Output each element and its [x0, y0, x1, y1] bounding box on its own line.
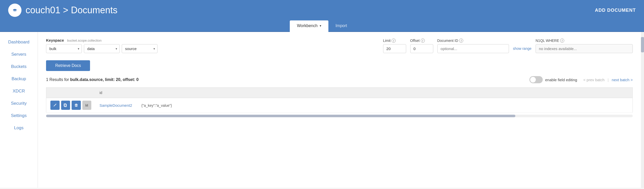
- document-id-link[interactable]: SampleDocument2: [99, 103, 132, 108]
- nav-tabs: Workbench ▾ Import: [0, 20, 644, 32]
- n1ql-where-label: N1QL WHERE i: [536, 39, 633, 43]
- keyspace-label-group: Keyspace bucket.scope.collection bulk ▾ …: [46, 38, 158, 53]
- field-editing-toggle[interactable]: [529, 76, 543, 83]
- delete-document-button[interactable]: [72, 101, 81, 110]
- row-actions-cell: [46, 98, 96, 113]
- row-data-cell: SampleDocument2 {"a_key":"a_value"}: [95, 98, 633, 113]
- limit-field-group: Limit i: [383, 39, 406, 53]
- table-body: SampleDocument2 {"a_key":"a_value"}: [46, 98, 633, 113]
- tab-workbench[interactable]: Workbench ▾: [290, 20, 328, 32]
- content-area: Keyspace bucket.scope.collection bulk ▾ …: [38, 32, 641, 188]
- page-title: couch01 > Documents: [26, 5, 117, 16]
- sidebar-item-backup[interactable]: Backup: [0, 73, 38, 85]
- limit-info-icon: i: [392, 39, 396, 43]
- document-id-label: Document ID i: [437, 39, 509, 43]
- table-row: SampleDocument2 {"a_key":"a_value"}: [46, 98, 633, 113]
- scope-dropdown-wrapper: data ▾: [84, 44, 120, 53]
- sidebar-item-servers[interactable]: Servers: [0, 48, 38, 61]
- logo-icon: [8, 4, 21, 17]
- fields-group: Limit i Offset i Document ID i: [383, 39, 633, 53]
- vertical-scrollbar[interactable]: [641, 32, 644, 188]
- horizontal-scrollbar[interactable]: [46, 115, 633, 117]
- collection-dropdown[interactable]: source: [122, 44, 158, 53]
- offset-input[interactable]: [410, 44, 433, 53]
- bucket-dropdown-wrapper: bulk ▾: [46, 44, 82, 53]
- header-left: couch01 > Documents: [8, 4, 117, 17]
- keyspace-label: Keyspace bucket.scope.collection: [46, 38, 158, 43]
- sidebar-item-dashboard[interactable]: Dashboard: [0, 36, 38, 48]
- documents-table: id: [46, 87, 633, 113]
- table-header-row: id: [46, 88, 633, 98]
- document-id-field-group: Document ID i: [437, 39, 509, 53]
- collection-dropdown-wrapper: source ▾: [122, 44, 158, 53]
- show-range-link[interactable]: show range: [513, 46, 531, 53]
- row-action-buttons: [50, 101, 91, 110]
- next-batch-link[interactable]: next batch >: [612, 78, 633, 82]
- scope-dropdown[interactable]: data: [84, 44, 120, 53]
- svg-rect-3: [75, 104, 77, 107]
- keyspace-section: Keyspace bucket.scope.collection bulk ▾ …: [46, 38, 633, 53]
- batch-navigation: < prev batch | next batch >: [583, 78, 633, 82]
- table-header: id: [46, 88, 633, 98]
- keyspace-hint: bucket.scope.collection: [67, 39, 102, 42]
- document-id-info-icon: i: [459, 39, 463, 43]
- scrollbar-thumb: [46, 115, 515, 117]
- sidebar-item-security[interactable]: Security: [0, 97, 38, 110]
- n1ql-where-input[interactable]: [536, 44, 633, 53]
- chevron-down-icon: ▾: [320, 24, 321, 28]
- main-layout: Dashboard Servers Buckets Backup XDCR Se…: [0, 32, 644, 188]
- results-query-info: bulk.data.source, limit: 20, offset: 0: [70, 77, 139, 82]
- results-row: 1 Results for bulk.data.source, limit: 2…: [46, 76, 633, 83]
- sidebar-item-xdcr[interactable]: XDCR: [0, 85, 38, 97]
- n1ql-where-info-icon: i: [560, 39, 564, 43]
- batch-separator: |: [608, 78, 609, 82]
- tab-import-label: Import: [336, 23, 347, 28]
- field-editing-label: enable field editing: [545, 78, 577, 82]
- sidebar: Dashboard Servers Buckets Backup XDCR Se…: [0, 32, 38, 188]
- sidebar-item-settings[interactable]: Settings: [0, 110, 38, 122]
- vertical-scrollbar-thumb: [641, 37, 644, 52]
- document-id-input[interactable]: [437, 44, 509, 53]
- tab-workbench-label: Workbench: [297, 23, 318, 28]
- add-document-button[interactable]: ADD DOCUMENT: [595, 8, 636, 13]
- limit-label: Limit i: [383, 39, 406, 43]
- tab-import[interactable]: Import: [328, 20, 354, 32]
- save-document-button[interactable]: [82, 101, 92, 110]
- sidebar-item-buckets[interactable]: Buckets: [0, 61, 38, 73]
- offset-label: Offset i: [410, 39, 433, 43]
- toggle-slider: [529, 76, 543, 83]
- keyspace-dropdowns: bulk ▾ data ▾ source ▾: [46, 44, 158, 53]
- col-actions: [46, 88, 96, 98]
- prev-batch-link[interactable]: < prev batch: [583, 78, 605, 82]
- retrieve-docs-button[interactable]: Retrieve Docs: [46, 60, 90, 71]
- offset-field-group: Offset i: [410, 39, 433, 53]
- n1ql-where-field-group: N1QL WHERE i: [536, 39, 633, 53]
- limit-input[interactable]: [383, 44, 406, 53]
- sidebar-item-logs[interactable]: Logs: [0, 122, 38, 134]
- offset-info-icon: i: [421, 39, 425, 43]
- bucket-dropdown[interactable]: bulk: [46, 44, 82, 53]
- header: couch01 > Documents ADD DOCUMENT: [0, 0, 644, 20]
- document-value: {"a_key":"a_value"}: [141, 103, 172, 108]
- field-editing-group: enable field editing: [529, 76, 577, 83]
- copy-document-button[interactable]: [61, 101, 70, 110]
- col-id: id: [95, 88, 633, 98]
- edit-document-button[interactable]: [50, 101, 60, 110]
- results-text: 1 Results for bulk.data.source, limit: 2…: [46, 77, 139, 82]
